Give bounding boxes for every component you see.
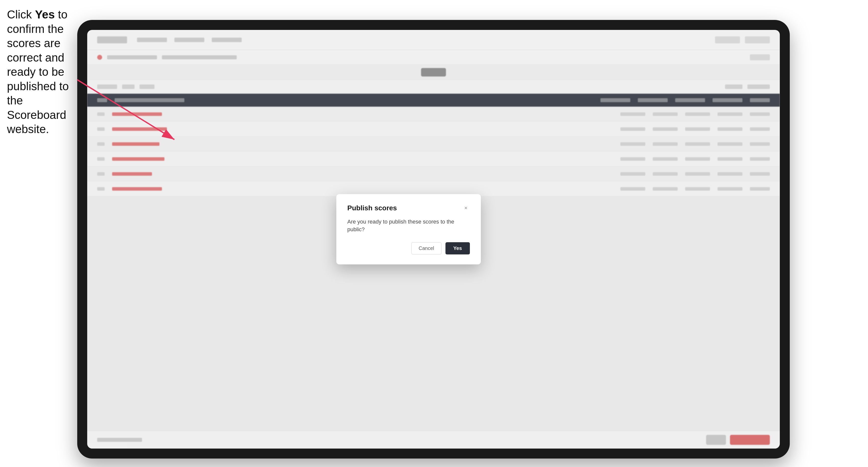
tablet-device: Publish scores × Are you ready to publis… — [77, 20, 790, 459]
instruction-bold: Yes — [35, 8, 55, 21]
publish-scores-dialog: Publish scores × Are you ready to publis… — [336, 194, 481, 264]
modal-close-button[interactable]: × — [462, 204, 470, 212]
instruction-text-part2: to confirm the scores are correct and re… — [7, 8, 69, 135]
modal-title: Publish scores — [347, 204, 397, 212]
modal-confirm-button[interactable]: Yes — [445, 242, 470, 254]
modal-cancel-button[interactable]: Cancel — [411, 242, 441, 254]
instruction-text-part1: Click — [7, 8, 35, 21]
modal-footer: Cancel Yes — [347, 242, 470, 254]
tablet-screen: Publish scores × Are you ready to publis… — [87, 30, 780, 448]
modal-body-text: Are you ready to publish these scores to… — [347, 218, 470, 234]
modal-header: Publish scores × — [347, 204, 470, 212]
modal-overlay: Publish scores × Are you ready to publis… — [87, 30, 780, 448]
instruction-text: Click Yes to confirm the scores are corr… — [7, 7, 79, 136]
